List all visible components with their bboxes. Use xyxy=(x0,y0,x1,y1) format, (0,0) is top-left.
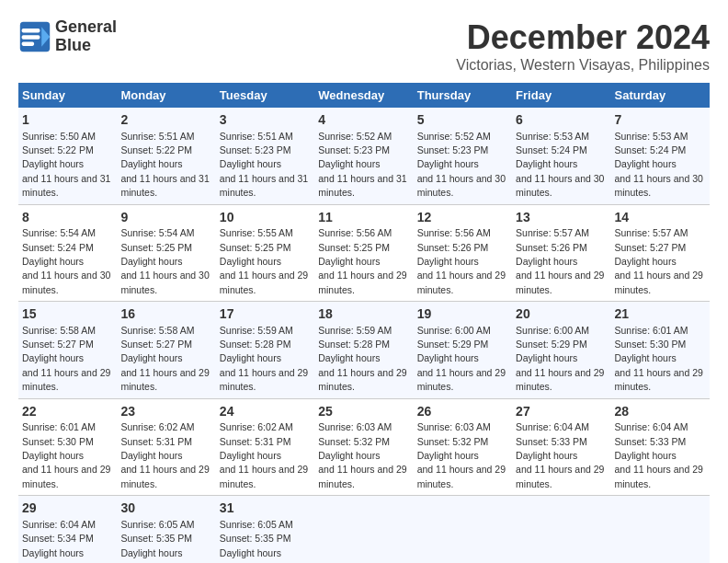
daylight-label: Daylight hours xyxy=(120,547,182,558)
sunset-info: Sunset: 5:30 PM xyxy=(22,436,94,447)
day-number: 2 xyxy=(120,111,211,130)
day-number: 20 xyxy=(516,305,607,324)
header-day-wednesday: Wednesday xyxy=(314,83,413,108)
sunset-info: Sunset: 5:24 PM xyxy=(516,144,587,155)
svg-rect-2 xyxy=(22,29,40,33)
sunrise-info: Sunrise: 6:04 AM xyxy=(516,421,589,432)
day-number: 26 xyxy=(417,403,508,421)
header-day-tuesday: Tuesday xyxy=(216,83,314,108)
sunset-info: Sunset: 5:35 PM xyxy=(220,533,291,544)
daylight-duration: and 11 hours and 29 minutes. xyxy=(615,367,703,392)
day-number: 16 xyxy=(120,305,211,324)
day-cell: 26 Sunrise: 6:03 AM Sunset: 5:32 PM Dayl… xyxy=(414,398,512,496)
daylight-duration: and 11 hours and 29 minutes. xyxy=(615,270,703,294)
sunrise-info: Sunrise: 6:03 AM xyxy=(318,421,392,432)
sunrise-info: Sunrise: 5:59 AM xyxy=(220,325,293,336)
sunset-info: Sunset: 5:25 PM xyxy=(120,242,192,253)
daylight-duration: and 11 hours and 29 minutes. xyxy=(220,464,308,488)
sunset-info: Sunset: 5:33 PM xyxy=(615,436,687,447)
day-cell xyxy=(314,496,413,563)
day-cell: 3 Sunrise: 5:51 AM Sunset: 5:23 PM Dayli… xyxy=(216,108,314,204)
day-cell: 19 Sunrise: 6:00 AM Sunset: 5:29 PM Dayl… xyxy=(414,302,512,399)
location-title: Victorias, Western Visayas, Philippines xyxy=(456,57,710,74)
sunset-info: Sunset: 5:30 PM xyxy=(615,339,687,350)
daylight-label: Daylight hours xyxy=(615,352,677,363)
day-cell: 10 Sunrise: 5:55 AM Sunset: 5:25 PM Dayl… xyxy=(216,204,314,302)
header-row: SundayMondayTuesdayWednesdayThursdayFrid… xyxy=(18,83,710,108)
day-number: 29 xyxy=(22,500,113,518)
week-row-4: 22 Sunrise: 6:01 AM Sunset: 5:30 PM Dayl… xyxy=(18,398,710,496)
sunset-info: Sunset: 5:27 PM xyxy=(615,242,687,253)
page-header: General Blue December 2024 Victorias, We… xyxy=(18,18,710,74)
sunrise-info: Sunrise: 6:02 AM xyxy=(120,421,194,432)
sunrise-info: Sunrise: 5:58 AM xyxy=(120,325,194,336)
daylight-label: Daylight hours xyxy=(120,450,182,461)
daylight-duration: and 11 hours and 30 minutes. xyxy=(417,173,506,198)
daylight-label: Daylight hours xyxy=(516,256,577,267)
day-number: 25 xyxy=(318,403,409,421)
sunrise-info: Sunrise: 5:57 AM xyxy=(615,227,688,238)
sunrise-info: Sunrise: 6:01 AM xyxy=(615,325,688,336)
daylight-label: Daylight hours xyxy=(220,158,281,169)
day-number: 7 xyxy=(615,111,706,130)
sunrise-info: Sunrise: 6:04 AM xyxy=(615,421,688,432)
sunrise-info: Sunrise: 5:52 AM xyxy=(417,131,491,142)
daylight-label: Daylight hours xyxy=(615,158,677,169)
day-cell: 20 Sunrise: 6:00 AM Sunset: 5:29 PM Dayl… xyxy=(512,302,610,399)
day-cell: 21 Sunrise: 6:01 AM Sunset: 5:30 PM Dayl… xyxy=(611,302,710,399)
daylight-label: Daylight hours xyxy=(417,158,479,169)
sunset-info: Sunset: 5:35 PM xyxy=(120,533,192,544)
sunrise-info: Sunrise: 6:05 AM xyxy=(120,519,194,530)
day-cell: 16 Sunrise: 5:58 AM Sunset: 5:27 PM Dayl… xyxy=(117,302,215,399)
sunrise-info: Sunrise: 6:02 AM xyxy=(220,421,293,432)
sunrise-info: Sunrise: 5:50 AM xyxy=(22,131,96,142)
sunrise-info: Sunrise: 5:58 AM xyxy=(22,325,96,336)
daylight-duration: and 11 hours and 29 minutes. xyxy=(516,270,604,294)
day-number: 6 xyxy=(516,111,607,130)
daylight-label: Daylight hours xyxy=(120,352,182,363)
day-cell: 17 Sunrise: 5:59 AM Sunset: 5:28 PM Dayl… xyxy=(216,302,314,399)
sunset-info: Sunset: 5:25 PM xyxy=(318,242,390,253)
daylight-label: Daylight hours xyxy=(22,158,84,169)
daylight-duration: and 11 hours and 31 minutes. xyxy=(22,173,110,198)
day-number: 5 xyxy=(417,111,508,130)
day-number: 15 xyxy=(22,305,113,324)
day-cell: 11 Sunrise: 5:56 AM Sunset: 5:25 PM Dayl… xyxy=(314,204,413,302)
sunset-info: Sunset: 5:27 PM xyxy=(22,339,94,350)
sunrise-info: Sunrise: 5:52 AM xyxy=(318,131,392,142)
daylight-duration: and 11 hours and 29 minutes. xyxy=(516,464,604,488)
logo-line1: General xyxy=(55,17,117,36)
day-cell: 23 Sunrise: 6:02 AM Sunset: 5:31 PM Dayl… xyxy=(117,398,215,496)
sunset-info: Sunset: 5:23 PM xyxy=(318,144,390,155)
day-number: 13 xyxy=(516,209,607,227)
sunset-info: Sunset: 5:34 PM xyxy=(22,533,94,544)
day-number: 12 xyxy=(417,209,508,227)
daylight-label: Daylight hours xyxy=(417,256,479,267)
daylight-label: Daylight hours xyxy=(120,256,182,267)
day-cell: 2 Sunrise: 5:51 AM Sunset: 5:22 PM Dayli… xyxy=(117,108,215,204)
sunset-info: Sunset: 5:29 PM xyxy=(417,339,489,350)
daylight-label: Daylight hours xyxy=(318,158,380,169)
daylight-duration: and 11 hours and 29 minutes. xyxy=(417,270,506,294)
sunset-info: Sunset: 5:24 PM xyxy=(22,242,94,253)
sunrise-info: Sunrise: 6:00 AM xyxy=(417,325,491,336)
day-number: 28 xyxy=(615,403,706,421)
sunset-info: Sunset: 5:27 PM xyxy=(120,339,192,350)
day-cell: 15 Sunrise: 5:58 AM Sunset: 5:27 PM Dayl… xyxy=(18,302,117,399)
daylight-label: Daylight hours xyxy=(318,352,380,363)
daylight-label: Daylight hours xyxy=(318,450,380,461)
day-cell: 9 Sunrise: 5:54 AM Sunset: 5:25 PM Dayli… xyxy=(117,204,215,302)
day-cell: 29 Sunrise: 6:04 AM Sunset: 5:34 PM Dayl… xyxy=(18,496,117,563)
daylight-label: Daylight hours xyxy=(22,256,84,267)
day-cell: 31 Sunrise: 6:05 AM Sunset: 5:35 PM Dayl… xyxy=(216,496,314,563)
day-cell: 30 Sunrise: 6:05 AM Sunset: 5:35 PM Dayl… xyxy=(117,496,215,563)
day-cell: 25 Sunrise: 6:03 AM Sunset: 5:32 PM Dayl… xyxy=(314,398,413,496)
daylight-duration: and 11 hours and 30 minutes. xyxy=(22,270,110,294)
week-row-3: 15 Sunrise: 5:58 AM Sunset: 5:27 PM Dayl… xyxy=(18,302,710,399)
sunrise-info: Sunrise: 5:54 AM xyxy=(22,227,96,238)
sunset-info: Sunset: 5:32 PM xyxy=(417,436,489,447)
sunrise-info: Sunrise: 5:56 AM xyxy=(318,227,392,238)
day-cell: 28 Sunrise: 6:04 AM Sunset: 5:33 PM Dayl… xyxy=(611,398,710,496)
sunset-info: Sunset: 5:23 PM xyxy=(220,144,291,155)
day-number: 8 xyxy=(22,209,113,227)
